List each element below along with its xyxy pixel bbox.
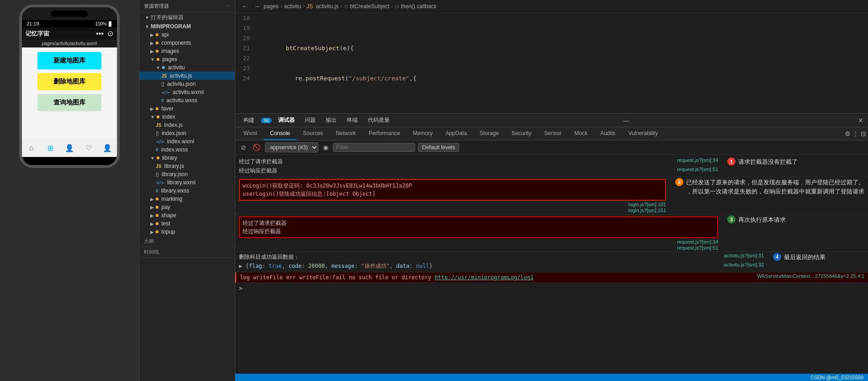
file-link-5[interactable]: WAServiceMainContext…27255846&v=2.25.4:1 <box>757 273 864 279</box>
tab-console[interactable]: Console <box>264 127 296 140</box>
minimize-button[interactable]: — <box>623 117 629 124</box>
code-line-20 <box>257 94 868 104</box>
error-link[interactable]: http://usr/miniprogramLog/log1 <box>434 274 534 281</box>
file-type-icon: ≺/≻ <box>156 180 164 185</box>
dock-icon[interactable]: ⊟ <box>861 130 866 137</box>
terminal-button[interactable]: 终端 <box>343 115 361 125</box>
folder-icon: ■ <box>155 40 159 46</box>
file-index-wxss[interactable]: # index.wxss <box>139 146 235 154</box>
cursor-symbol: > <box>239 285 243 292</box>
tab-sources[interactable]: Sources <box>296 127 329 140</box>
file-library-js[interactable]: JS library.js <box>139 162 235 170</box>
file-library-json[interactable]: {} library.json <box>139 170 235 178</box>
tab-memory[interactable]: Memory <box>407 127 439 140</box>
context-selector[interactable]: appservice (#3) <box>265 142 318 152</box>
file-activitu-wxss[interactable]: # activitu.wxss <box>139 96 235 104</box>
delete-map-button[interactable]: 删除地图库 <box>37 73 101 90</box>
favorites-icon[interactable]: ♡ <box>83 142 94 153</box>
timeline-section[interactable]: 时间线 <box>139 247 235 258</box>
build-bar: 构建 86 调试器 问题 输出 终端 代码质量 — ✕ <box>235 114 868 127</box>
more-icon[interactable]: ••• <box>96 30 104 38</box>
folder-markimg[interactable]: ▶ ■ markimg <box>139 195 235 203</box>
tab-vulnerability[interactable]: Vulnerability <box>622 127 664 140</box>
output-button[interactable]: 输出 <box>322 115 340 125</box>
file-library-wxml[interactable]: ≺/≻ library.wxml <box>139 178 235 187</box>
settings-icon[interactable]: ⚙ <box>845 130 851 137</box>
file-activitu-js[interactable]: JS activitu.js <box>139 72 235 80</box>
more-options-icon[interactable]: ⋯ <box>225 3 230 9</box>
folder-images[interactable]: ▶ ■ images <box>139 47 235 55</box>
file-link-2b[interactable]: login.js?[sm]:151 <box>628 208 666 213</box>
tab-performance[interactable]: Performance <box>362 127 407 140</box>
prohibit-icon[interactable]: ⊘ <box>239 143 248 152</box>
home-icon[interactable]: ⌂ <box>26 142 37 153</box>
levels-button[interactable]: Default levels <box>418 143 459 152</box>
user-icon[interactable]: 👤 <box>102 142 113 153</box>
console-row-4a: 删除科目成功返回数据： activitu.js?[sm]:31 <box>239 253 764 262</box>
file-library-wxss[interactable]: # library.wxss <box>139 187 235 195</box>
tab-storage[interactable]: Storage <box>473 127 505 140</box>
tab-security[interactable]: Security <box>505 127 538 140</box>
filter-input[interactable] <box>333 143 415 152</box>
file-type-icon: # <box>161 98 164 103</box>
folder-activitu[interactable]: ▼ ■ activitu <box>139 63 235 72</box>
build-button[interactable]: 构建 <box>240 115 258 125</box>
folder-faver[interactable]: ▶ ■ faver <box>139 104 235 113</box>
file-activitu-json[interactable]: {} activitu.json <box>139 80 235 88</box>
eye-icon[interactable]: ◉ <box>321 143 330 152</box>
file-label: library.wxml <box>167 179 196 186</box>
file-link-3b[interactable]: request.js?[sm]:51 <box>677 245 718 251</box>
section-arrow: ▼ <box>145 24 149 29</box>
camera-icon[interactable]: ⊙ <box>107 29 113 38</box>
file-activitu-wxml[interactable]: ≺/≻ activitu.wxml <box>139 88 235 96</box>
query-map-button[interactable]: 查询地图库 <box>37 94 101 111</box>
file-link-4b[interactable]: activitu.js?[sm]:32 <box>724 262 764 267</box>
folder-shape[interactable]: ▶ ■ shape <box>139 211 235 219</box>
error-files-2: login.js?[sm]:101 login.js?[sm]:151 <box>239 202 666 213</box>
console-output[interactable]: 经过了请求拦截器 request.js?[sm]:34 经过响应拦截器 requ… <box>235 155 868 374</box>
file-link[interactable]: request.js?[sm]:34 <box>677 157 718 163</box>
file-index-wxml[interactable]: ≺/≻ index.wxml <box>139 137 235 146</box>
close-button[interactable]: ✕ <box>858 117 863 124</box>
back-button[interactable]: ← <box>240 2 250 11</box>
tab-appdata[interactable]: AppData <box>439 127 473 140</box>
file-link-4a[interactable]: activitu.js?[sm]:31 <box>724 253 764 258</box>
folder-components[interactable]: ▶ ■ components <box>139 39 235 47</box>
folder-index[interactable]: ▼ ■ index <box>139 113 235 121</box>
phone-status-right: 100% ▊ <box>95 21 112 26</box>
debugger-button[interactable]: 调试器 <box>275 115 298 125</box>
folder-pay[interactable]: ▶ ■ pay <box>139 203 235 211</box>
profile-icon[interactable]: 👤 <box>64 142 75 153</box>
file-type-icon: JS <box>156 164 161 169</box>
open-editor-section[interactable]: ▼ 打开的编辑器 <box>139 13 235 22</box>
tab-sensor[interactable]: Sensor <box>538 127 568 140</box>
console-cursor-line[interactable]: > <box>235 283 868 293</box>
quality-button[interactable]: 代码质量 <box>364 115 393 125</box>
tab-network[interactable]: Network <box>329 127 362 140</box>
folder-pages[interactable]: ▼ ■ pages <box>139 55 235 63</box>
file-link[interactable]: request.js?[sm]:51 <box>677 167 718 172</box>
file-index-json[interactable]: {} index.json <box>139 129 235 137</box>
folder-icon: ■ <box>155 212 159 219</box>
folder-topup[interactable]: ▶ ■ topup <box>139 228 235 236</box>
tab-mock[interactable]: Mock <box>568 127 594 140</box>
file-label: index.wxml <box>167 138 194 145</box>
file-index-js[interactable]: JS index.js <box>139 121 235 129</box>
miniprogram-section[interactable]: ▼ MINIPROGRAM <box>139 22 235 31</box>
clear-icon[interactable]: 🚫 <box>251 143 262 152</box>
folder-icon: ■ <box>155 204 159 210</box>
new-map-button[interactable]: 新建地图库 <box>37 52 101 69</box>
file-link-3a[interactable]: request.js?[sm]:34 <box>677 239 718 245</box>
tab-wxml[interactable]: Wxml <box>237 127 264 140</box>
problem-button[interactable]: 问题 <box>301 115 319 125</box>
file-link-2a[interactable]: login.js?[sm]:101 <box>628 202 666 207</box>
forward-button[interactable]: → <box>252 2 262 11</box>
tab-audits[interactable]: Audits <box>594 127 622 140</box>
apps-icon[interactable]: ⊞ <box>45 142 56 153</box>
folder-test[interactable]: ▶ ■ test <box>139 219 235 228</box>
outline-section[interactable]: 大纲 <box>139 236 235 247</box>
folder-api[interactable]: ▶ ■ api <box>139 31 235 39</box>
more-icon[interactable]: ⋮ <box>852 130 859 137</box>
arrow-icon: ▶ <box>150 41 154 46</box>
folder-library[interactable]: ▼ ■ library <box>139 154 235 162</box>
